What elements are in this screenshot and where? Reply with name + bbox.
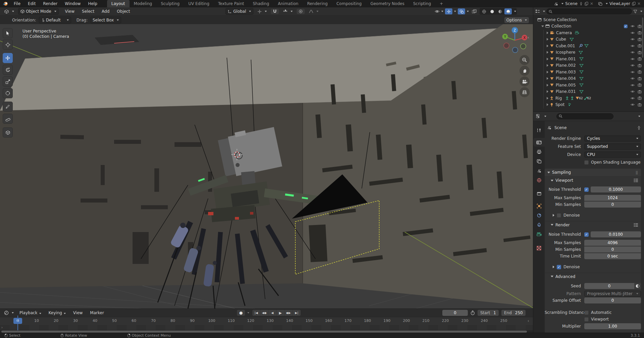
scene-selector[interactable]: Scene ✕ <box>554 1 593 6</box>
tool-move[interactable] <box>3 53 13 63</box>
menu-object[interactable]: Object <box>113 8 134 15</box>
tool-rotate[interactable] <box>3 65 13 75</box>
hide-eye-icon[interactable] <box>630 90 635 93</box>
outliner-row-cube[interactable]: Cube <box>533 36 644 43</box>
collection-checkbox[interactable]: ✓ <box>624 24 628 28</box>
menu-edit[interactable]: Edit <box>24 0 39 7</box>
outliner-row-plane-004[interactable]: Plane.004 <box>533 75 644 82</box>
menu-file[interactable]: File <box>10 0 24 7</box>
timeline-menu-playback[interactable]: Playback <box>16 309 45 317</box>
r-denoise-checkbox[interactable]: ✓ <box>557 265 561 269</box>
multiplier-field[interactable]: 1.00 <box>584 323 641 329</box>
outliner-row-plane-003[interactable]: Plane.003 <box>533 69 644 75</box>
pin-icon[interactable] <box>579 2 583 6</box>
r-max-samples-field[interactable]: 4096 <box>584 240 641 246</box>
hide-eye-icon[interactable] <box>630 31 635 35</box>
transform-orientation-dropdown[interactable]: Global <box>226 8 253 15</box>
tab-world[interactable] <box>533 176 545 184</box>
tab-modifiers[interactable] <box>533 211 545 220</box>
drag-mode-dropdown[interactable]: Select Box <box>90 17 121 23</box>
properties-search-input[interactable] <box>556 113 613 119</box>
hide-eye-icon[interactable] <box>630 64 635 67</box>
new-scene-icon[interactable] <box>585 2 588 6</box>
tool-annotate[interactable] <box>3 102 13 112</box>
menu-select[interactable]: Select <box>78 8 98 15</box>
device-dropdown[interactable]: CPU <box>584 152 641 158</box>
sidebar-collapse-arrow[interactable]: ‹ <box>528 35 529 40</box>
outliner-row-rig[interactable]: Rig 62 62 <box>533 95 644 102</box>
prev-keyframe-button[interactable]: ◀◆ <box>260 310 268 316</box>
hide-eye-icon[interactable] <box>630 70 635 74</box>
unlink-scene-icon[interactable]: ✕ <box>590 1 593 6</box>
pan-button[interactable] <box>519 66 530 76</box>
outliner-row-plane-005[interactable]: Plane.005 <box>533 82 644 89</box>
current-frame-field[interactable]: 0 <box>442 310 468 316</box>
disable-render-icon[interactable] <box>638 70 642 74</box>
vp-noise-threshold-field[interactable]: 0.1000 <box>591 186 641 192</box>
disable-render-icon[interactable] <box>638 38 642 41</box>
xray-toggle[interactable] <box>470 8 478 14</box>
menu-help[interactable]: Help <box>84 0 101 7</box>
menu-add[interactable]: Add <box>98 8 113 15</box>
outliner-row-icosphere[interactable]: Icosphere <box>533 49 644 56</box>
outliner-row-scene-collection[interactable]: Scene Collection <box>533 16 644 23</box>
outliner-row-spot[interactable]: Spot <box>533 102 644 108</box>
channels-expand-arrow[interactable]: › <box>1 326 3 329</box>
hide-eye-icon[interactable] <box>630 77 635 80</box>
jump-to-start-button[interactable]: |◀ <box>252 310 260 316</box>
workspace-tab-uv-editing[interactable]: UV Editing <box>184 0 214 7</box>
filter-funnel-icon[interactable] <box>633 10 637 13</box>
auto-keying-record-button[interactable]: ● <box>237 310 245 316</box>
proportional-falloff-dropdown[interactable] <box>307 9 320 14</box>
preset-list-icon[interactable] <box>634 223 638 227</box>
disable-render-icon[interactable] <box>638 31 642 35</box>
disable-render-icon[interactable] <box>638 44 642 48</box>
viewport-subpanel-header[interactable]: Viewport <box>545 177 641 184</box>
new-view-layer-icon[interactable] <box>632 2 636 6</box>
disable-render-icon[interactable] <box>638 90 642 94</box>
outliner-row-camera[interactable]: Camera <box>533 30 644 36</box>
show-gizmo-toggle[interactable] <box>445 8 452 14</box>
preset-list-icon[interactable] <box>634 178 638 182</box>
workspace-tab-layout[interactable]: Layout <box>107 0 130 7</box>
outliner-display-mode-icon[interactable] <box>535 9 540 13</box>
show-overlays-toggle[interactable] <box>458 8 465 14</box>
scrambling-viewport-checkbox[interactable] <box>584 317 589 322</box>
tool-add-primitive[interactable] <box>3 127 13 137</box>
3d-viewport[interactable]: User Perspective (0) Collection | Camera <box>0 24 533 308</box>
remove-view-layer-icon[interactable]: ✕ <box>637 1 641 6</box>
pin-icon[interactable] <box>637 126 641 130</box>
timeline-ruler[interactable]: 10 20 30 40 50 60 70 80 90 100 110 120 1… <box>0 317 533 325</box>
outliner-row-cube-001[interactable]: Cube.001 <box>533 43 644 49</box>
proportional-editing-toggle[interactable] <box>297 9 305 14</box>
render-subpanel-header[interactable]: Render <box>545 221 641 228</box>
tab-collection-props[interactable] <box>533 189 545 198</box>
options-dropdown[interactable]: Options <box>504 17 529 23</box>
disable-render-icon[interactable] <box>638 64 642 67</box>
workspace-tab-compositing[interactable]: Compositing <box>332 0 366 7</box>
tab-render[interactable] <box>533 138 545 147</box>
disable-render-icon[interactable] <box>638 96 642 100</box>
r-denoise-expand-arrow[interactable] <box>553 266 554 268</box>
editor-type-button[interactable] <box>2 9 16 14</box>
properties-filter-dropdown[interactable] <box>638 116 640 117</box>
timeline-editor-type-button[interactable] <box>2 310 16 316</box>
properties-editor-icon[interactable] <box>536 114 541 118</box>
outliner-row-plane-002[interactable]: Plane.002 <box>533 62 644 69</box>
shading-rendered-button[interactable] <box>504 8 512 14</box>
outliner-search-input[interactable] <box>546 8 632 14</box>
scrambling-automatic-checkbox[interactable] <box>584 311 589 315</box>
tab-object-data[interactable] <box>533 230 545 238</box>
outliner-row-plane-031[interactable]: Plane.031 <box>533 89 644 95</box>
disable-render-icon[interactable] <box>638 57 642 61</box>
disable-render-icon[interactable] <box>638 83 642 87</box>
breadcrumb[interactable]: Scene <box>554 125 567 130</box>
seed-field[interactable]: 0 <box>584 283 634 289</box>
play-button[interactable]: ▶ <box>277 310 285 316</box>
render-engine-dropdown[interactable]: Cycles <box>584 135 641 142</box>
r-min-samples-field[interactable]: 0 <box>584 246 641 252</box>
vp-min-samples-field[interactable]: 0 <box>584 202 641 208</box>
tool-measure[interactable] <box>3 114 13 124</box>
timeline-menu-view[interactable]: View <box>69 309 86 317</box>
vp-denoise-checkbox[interactable] <box>557 213 561 218</box>
